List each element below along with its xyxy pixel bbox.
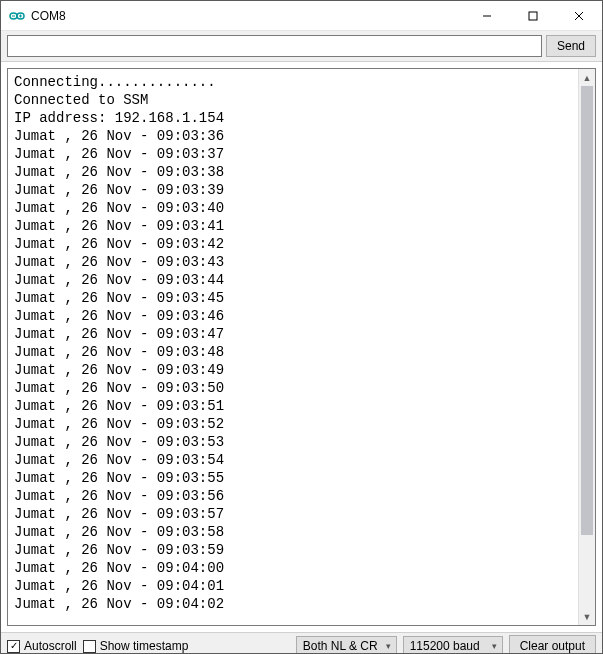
window-title: COM8 — [31, 9, 464, 23]
serial-output[interactable]: Connecting.............. Connected to SS… — [8, 69, 578, 625]
titlebar: COM8 — [1, 1, 602, 31]
checkbox-box — [83, 640, 96, 653]
send-button[interactable]: Send — [546, 35, 596, 57]
autoscroll-label: Autoscroll — [24, 639, 77, 653]
svg-rect-6 — [529, 12, 537, 20]
baud-value: 115200 baud — [410, 639, 480, 653]
window-controls — [464, 1, 602, 30]
checkbox-box: ✓ — [7, 640, 20, 653]
clear-output-button[interactable]: Clear output — [509, 635, 596, 654]
chevron-down-icon: ▾ — [492, 641, 497, 651]
scroll-track[interactable] — [579, 86, 595, 608]
scroll-thumb[interactable] — [581, 86, 593, 535]
close-button[interactable] — [556, 1, 602, 30]
send-row: Send — [1, 31, 602, 62]
baud-select[interactable]: 115200 baud ▾ — [403, 636, 503, 655]
footer-bar: ✓ Autoscroll Show timestamp Both NL & CR… — [1, 632, 602, 654]
minimize-button[interactable] — [464, 1, 510, 30]
chevron-down-icon: ▾ — [386, 641, 391, 651]
line-ending-select[interactable]: Both NL & CR ▾ — [296, 636, 397, 655]
line-ending-value: Both NL & CR — [303, 639, 378, 653]
scroll-up-arrow-icon[interactable]: ▲ — [579, 69, 595, 86]
vertical-scrollbar[interactable]: ▲ ▼ — [578, 69, 595, 625]
send-input[interactable] — [7, 35, 542, 57]
autoscroll-checkbox[interactable]: ✓ Autoscroll — [7, 639, 77, 653]
arduino-icon — [9, 8, 25, 24]
output-panel: Connecting.............. Connected to SS… — [7, 68, 596, 626]
timestamp-checkbox[interactable]: Show timestamp — [83, 639, 189, 653]
maximize-button[interactable] — [510, 1, 556, 30]
scroll-down-arrow-icon[interactable]: ▼ — [579, 608, 595, 625]
timestamp-label: Show timestamp — [100, 639, 189, 653]
